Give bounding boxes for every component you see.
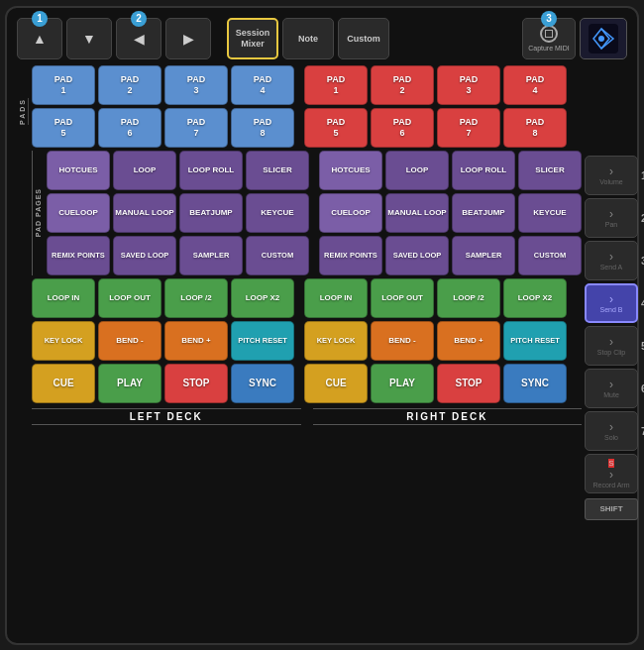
right-play-btn[interactable]: PLAY xyxy=(371,364,434,403)
right-beatjump-btn[interactable]: BEATJUMP xyxy=(452,193,515,233)
left-sampler-btn[interactable]: SAMPLER xyxy=(179,236,243,275)
left-pages-row3: REMIX POINTS SAVED LOOP SAMPLER CUSTOM xyxy=(47,236,309,275)
right-col-stop-clip[interactable]: › Stop Clip xyxy=(585,326,638,366)
right-pad-3[interactable]: PAD3 xyxy=(437,65,500,105)
right-pad-1[interactable]: PAD1 xyxy=(304,65,368,105)
right-pads-row1: PAD1 PAD2 PAD3 PAD4 xyxy=(304,65,567,105)
pad-pages-label: PAD PAGES xyxy=(35,188,42,237)
nav-right-btn[interactable]: ▶ xyxy=(165,18,211,59)
left-beatjump-btn[interactable]: BEATJUMP xyxy=(179,193,243,233)
left-loop-out-btn[interactable]: LOOP OUT xyxy=(98,278,161,318)
right-col-mute[interactable]: › Mute xyxy=(585,369,638,408)
left-manual-loop-btn[interactable]: MANUAL LOOP xyxy=(113,193,176,233)
left-key-lock-btn[interactable]: KEY LOCK xyxy=(32,321,95,361)
mode-custom-btn[interactable]: Custom xyxy=(338,18,389,59)
right-manual-loop-btn[interactable]: MANUAL LOOP xyxy=(385,193,449,233)
right-hotcues-btn[interactable]: HOTCUES xyxy=(319,151,382,190)
right-loop-roll-btn[interactable]: LOOP ROLL xyxy=(452,151,515,190)
logo-btn[interactable] xyxy=(580,18,627,59)
right-pads-row2: PAD5 PAD6 PAD7 PAD8 xyxy=(304,108,567,148)
left-pads-row2: PAD5 PAD6 PAD7 PAD8 xyxy=(32,108,294,148)
right-loop-in-btn[interactable]: LOOP IN xyxy=(304,278,368,318)
right-pitch-reset-btn[interactable]: PITCH RESET xyxy=(503,321,567,361)
right-pad-6[interactable]: PAD6 xyxy=(371,108,434,148)
right-slicer-btn[interactable]: SLICER xyxy=(518,151,582,190)
left-hotcues-btn[interactable]: HOTCUES xyxy=(47,151,110,190)
right-cueloop-btn[interactable]: CUELOOP xyxy=(319,193,382,233)
right-saved-loop-btn[interactable]: SAVED LOOP xyxy=(385,236,449,275)
right-loop-btn[interactable]: LOOP xyxy=(385,151,449,190)
right-pad-8[interactable]: PAD8 xyxy=(503,108,567,148)
right-pad-5[interactable]: PAD5 xyxy=(304,108,368,148)
right-loop-div2-btn[interactable]: LOOP /2 xyxy=(437,278,500,318)
right-pages-row2: CUELOOP MANUAL LOOP BEATJUMP KEYCUE xyxy=(319,193,582,233)
left-pad-8[interactable]: PAD8 xyxy=(231,108,294,148)
shift-btn[interactable]: SHIFT xyxy=(585,498,638,520)
left-sync-btn[interactable]: SYNC xyxy=(231,364,294,403)
left-pad-6[interactable]: PAD6 xyxy=(98,108,161,148)
left-loop-in-btn[interactable]: LOOP IN xyxy=(32,278,95,318)
left-key-row: KEY LOCK BEND - BEND + PITCH RESET xyxy=(32,321,294,361)
right-loop-out-btn[interactable]: LOOP OUT xyxy=(371,278,434,318)
left-pad-4[interactable]: PAD4 xyxy=(231,65,294,105)
left-cue-btn[interactable]: CUE xyxy=(32,364,95,403)
left-loop-div2-btn[interactable]: LOOP /2 xyxy=(164,278,228,318)
left-loop-x2-btn[interactable]: LOOP X2 xyxy=(231,278,294,318)
left-bend-plus-btn[interactable]: BEND + xyxy=(164,321,228,361)
capture-midi-btn[interactable]: 3 Capture MIDI xyxy=(522,18,576,59)
right-col-send-a[interactable]: › Send A xyxy=(585,241,638,280)
right-pad-2[interactable]: PAD2 xyxy=(371,65,434,105)
nav-down-btn[interactable]: ▼ xyxy=(66,18,112,59)
right-stop-btn[interactable]: STOP xyxy=(437,364,500,403)
top-bar: 1 ▲ ▼ 2 ◀ ▶ Session Mixer Note Custom 3 … xyxy=(17,18,627,59)
right-key-row: KEY LOCK BEND - BEND + PITCH RESET xyxy=(304,321,567,361)
right-pad-7[interactable]: PAD7 xyxy=(437,108,500,148)
right-pad-4[interactable]: PAD4 xyxy=(503,65,567,105)
left-cueloop-btn[interactable]: CUELOOP xyxy=(47,193,110,233)
left-remix-btn[interactable]: REMIX POINTS xyxy=(47,236,110,275)
left-keycue-btn[interactable]: KEYCUE xyxy=(246,193,309,233)
right-sync-btn[interactable]: SYNC xyxy=(503,364,567,403)
right-sampler-btn[interactable]: SAMPLER xyxy=(452,236,515,275)
left-pitch-reset-btn[interactable]: PITCH RESET xyxy=(231,321,294,361)
nav-left-btn[interactable]: 2 ◀ xyxy=(116,18,161,59)
right-pages-row3: REMIX POINTS SAVED LOOP SAMPLER CUSTOM xyxy=(319,236,582,275)
left-pages-row2: CUELOOP MANUAL LOOP BEATJUMP KEYCUE xyxy=(47,193,309,233)
left-loop-btn[interactable]: LOOP xyxy=(113,151,176,190)
left-bend-minus-btn[interactable]: BEND - xyxy=(98,321,161,361)
right-custom-btn[interactable]: CUSTOM xyxy=(518,236,582,275)
left-pad-2[interactable]: PAD2 xyxy=(98,65,161,105)
left-slicer-btn[interactable]: SLICER xyxy=(246,151,309,190)
mode-custom-label: Custom xyxy=(347,34,380,44)
right-col-solo[interactable]: › Solo xyxy=(585,411,638,451)
right-bend-minus-btn[interactable]: BEND - xyxy=(371,321,434,361)
mode-session-btn[interactable]: Session Mixer xyxy=(227,18,278,59)
nav-up-btn[interactable]: 1 ▲ xyxy=(17,18,62,59)
left-stop-btn[interactable]: STOP xyxy=(164,364,228,403)
left-loop-roll-btn[interactable]: LOOP ROLL xyxy=(179,151,243,190)
right-col-volume[interactable]: › Volume xyxy=(585,156,638,195)
right-keycue-btn[interactable]: KEYCUE xyxy=(518,193,582,233)
right-key-lock-btn[interactable]: KEY LOCK xyxy=(304,321,368,361)
left-pad-7[interactable]: PAD7 xyxy=(164,108,228,148)
left-pad-1[interactable]: PAD1 xyxy=(32,65,95,105)
left-pad-5[interactable]: PAD5 xyxy=(32,108,95,148)
left-deck-label: LEFT DECK xyxy=(130,411,203,422)
right-remix-btn[interactable]: REMIX POINTS xyxy=(319,236,382,275)
mode-note-label: Note xyxy=(298,34,318,44)
right-col-pan[interactable]: › Pan xyxy=(585,198,638,238)
left-pad-3[interactable]: PAD3 xyxy=(164,65,228,105)
mode-note-btn[interactable]: Note xyxy=(282,18,334,59)
left-play-btn[interactable]: PLAY xyxy=(98,364,161,403)
left-saved-loop-btn[interactable]: SAVED LOOP xyxy=(113,236,176,275)
right-loop-x2-btn[interactable]: LOOP X2 xyxy=(503,278,567,318)
right-col-send-b[interactable]: › Send B xyxy=(585,283,638,323)
left-custom-btn[interactable]: CUSTOM xyxy=(246,236,309,275)
controller: 1 ▲ ▼ 2 ◀ ▶ Session Mixer Note Custom 3 … xyxy=(5,6,639,645)
right-col-record-arm[interactable]: S › Record Arm xyxy=(585,454,638,493)
badge-2: 2 xyxy=(131,11,147,27)
right-cue-btn[interactable]: CUE xyxy=(304,364,368,403)
right-bend-plus-btn[interactable]: BEND + xyxy=(437,321,500,361)
shift-label: SHIFT xyxy=(599,504,622,513)
left-pads-row1: PAD1 PAD2 PAD3 PAD4 xyxy=(32,65,294,105)
